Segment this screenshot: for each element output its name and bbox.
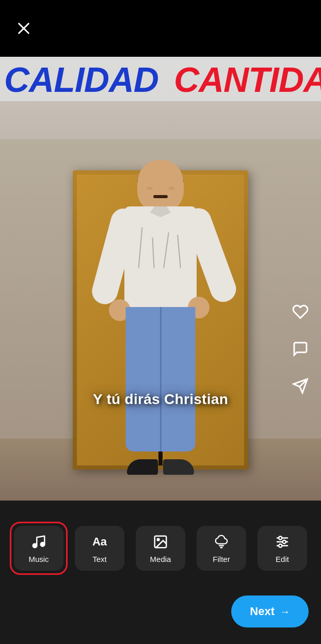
media-label: Media — [150, 555, 171, 564]
room-background — [0, 57, 321, 501]
next-arrow-icon: → — [280, 606, 290, 618]
title-space — [162, 62, 171, 97]
next-button-container: Next → — [0, 591, 321, 644]
edit-label: Edit — [276, 555, 289, 564]
subtitle-container: Y tú dirás Christian — [0, 391, 321, 408]
pants-crease — [160, 307, 162, 452]
subtitle-text: Y tú dirás Christian — [93, 391, 228, 407]
shirt-line-3 — [163, 232, 169, 268]
next-button[interactable]: Next → — [231, 595, 309, 627]
shirt-line-1 — [138, 227, 143, 268]
right-actions — [289, 300, 312, 397]
toolbar-items: Music Aa Text Media — [0, 501, 321, 591]
shoe-right — [163, 459, 194, 475]
mustache — [153, 195, 168, 198]
svg-point-15 — [279, 544, 282, 547]
text-aa: Aa — [92, 536, 107, 548]
pants — [126, 307, 196, 452]
title-word2: CANTIDAD — [174, 62, 321, 97]
close-button[interactable] — [12, 17, 35, 40]
video-preview: CALIDAD CANTIDAD — [0, 57, 321, 501]
person — [99, 160, 222, 480]
shirt-line-4 — [177, 235, 181, 268]
text-label: Text — [92, 555, 107, 564]
svg-point-14 — [283, 540, 286, 543]
svg-point-13 — [279, 536, 282, 539]
eye-left — [147, 187, 153, 190]
svg-point-5 — [41, 542, 45, 546]
shirt-collar — [150, 206, 171, 222]
next-label: Next — [250, 605, 275, 618]
like-button[interactable] — [289, 300, 312, 323]
share-button[interactable] — [289, 375, 312, 397]
edit-button[interactable]: Edit — [258, 526, 307, 571]
top-bar — [0, 0, 321, 57]
title-word1: CALIDAD — [4, 62, 158, 97]
media-icon — [152, 533, 169, 551]
comment-button[interactable] — [289, 337, 312, 360]
filter-label: Filter — [213, 555, 230, 564]
shirt-line-2 — [152, 237, 154, 268]
music-button[interactable]: Music — [14, 526, 63, 571]
edit-icon — [274, 533, 291, 551]
torso — [124, 206, 197, 310]
person-head — [137, 160, 184, 212]
music-icon — [30, 533, 47, 551]
shoe-left — [127, 459, 158, 475]
bottom-toolbar: Music Aa Text Media — [0, 501, 321, 644]
music-label: Music — [28, 555, 49, 564]
svg-point-4 — [33, 543, 37, 548]
filter-button[interactable]: Filter — [197, 526, 246, 571]
title-overlay: CALIDAD CANTIDAD — [0, 57, 321, 101]
svg-point-7 — [157, 538, 159, 540]
filter-icon — [213, 533, 230, 551]
eye-right — [168, 187, 174, 190]
text-button[interactable]: Aa Text — [75, 526, 124, 571]
media-button[interactable]: Media — [136, 526, 185, 571]
text-icon: Aa — [91, 533, 108, 551]
